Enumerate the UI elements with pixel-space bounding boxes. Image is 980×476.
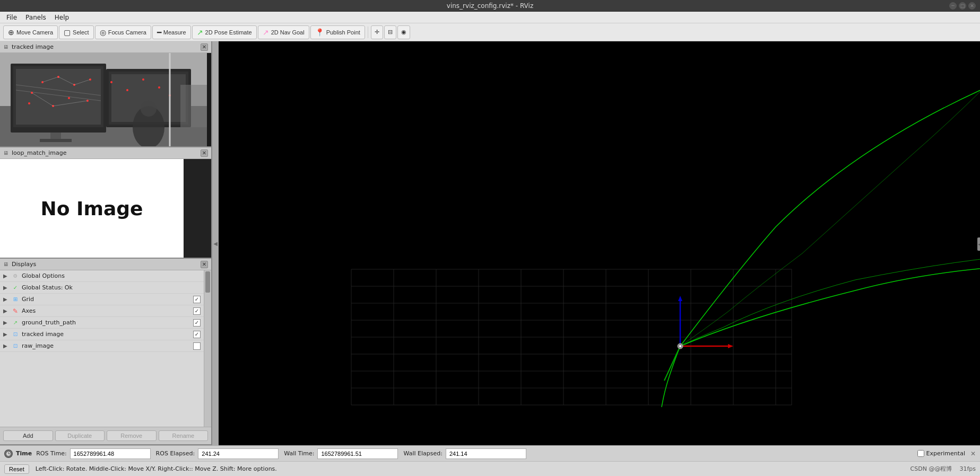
global-status-arrow: ▶ xyxy=(3,285,10,290)
loop-match-panel-icon: 🖥 xyxy=(3,150,8,156)
fps-text: CSDN @@程博 31fps xyxy=(910,465,976,473)
minus-icon: ⊟ xyxy=(388,29,393,36)
displays-footer: Add Duplicate Remove Rename xyxy=(0,427,211,444)
nav-goal-btn[interactable]: ↗ 2D Nav Goal xyxy=(258,25,309,39)
source-label: CSDN @@程博 xyxy=(910,465,952,472)
menu-help[interactable]: Help xyxy=(50,13,73,22)
toolbar-separator xyxy=(368,27,368,38)
left-panel: 🖥 tracked image ✕ xyxy=(0,41,212,445)
displays-panel-icon: 🖥 xyxy=(3,261,8,267)
svg-point-59 xyxy=(679,345,681,347)
loop-match-content: No Image xyxy=(0,159,211,258)
ground-truth-checkbox[interactable] xyxy=(193,319,201,327)
raw-image-icon: ⊡ xyxy=(11,342,20,350)
menu-panels[interactable]: Panels xyxy=(21,13,50,22)
svg-point-22 xyxy=(110,81,112,83)
menubar: File Panels Help xyxy=(0,12,980,23)
duplicate-display-btn[interactable]: Duplicate xyxy=(55,430,105,441)
remove-display-btn[interactable]: Remove xyxy=(107,430,157,441)
ros-time-field[interactable] xyxy=(70,448,151,459)
toolbar-target-btn[interactable]: ◉ xyxy=(397,25,410,39)
focus-camera-btn[interactable]: ◎ Focus Camera xyxy=(95,25,151,39)
display-tracked-image[interactable]: ▶ ⊡ tracked image xyxy=(0,329,204,340)
displays-content: ▶ ⚙ Global Options ▶ ✓ Global Status: Ok… xyxy=(0,270,204,427)
wall-time-field[interactable] xyxy=(317,448,398,459)
displays-scroll-thumb[interactable] xyxy=(205,271,210,293)
grid-arrow: ▶ xyxy=(3,296,10,302)
menu-file[interactable]: File xyxy=(2,13,21,22)
svg-point-25 xyxy=(158,86,160,89)
displays-close-btn[interactable]: ✕ xyxy=(201,261,208,268)
display-global-options[interactable]: ▶ ⚙ Global Options xyxy=(0,270,204,282)
ground-truth-icon: ↗ xyxy=(11,319,20,327)
svg-point-23 xyxy=(126,89,128,91)
global-options-label: Global Options xyxy=(22,272,201,279)
main-content: 🖥 tracked image ✕ xyxy=(0,41,980,445)
select-btn[interactable]: ▢ Select xyxy=(59,25,94,39)
global-options-icon: ⚙ xyxy=(11,272,20,280)
ros-elapsed-label: ROS Elapsed: xyxy=(156,450,195,457)
nav-goal-icon: ↗ xyxy=(263,28,269,37)
statusbar-close-btn[interactable]: ✕ xyxy=(970,450,976,457)
rename-display-btn[interactable]: Rename xyxy=(159,430,209,441)
statusbar: Time ROS Time: ROS Elapsed: Wall Time: W… xyxy=(0,445,980,461)
global-status-label: Global Status: Ok xyxy=(22,284,201,291)
minimize-btn[interactable]: ─ xyxy=(949,2,957,10)
pose-estimate-icon: ↗ xyxy=(197,28,203,37)
experimental-section: Experimental xyxy=(917,450,965,457)
tracked-image-header: 🖥 tracked image ✕ xyxy=(0,41,211,53)
svg-point-24 xyxy=(142,78,144,81)
titlebar-title: vins_rviz_config.rviz* - RViz xyxy=(447,2,533,10)
tracked-image-panel: 🖥 tracked image ✕ xyxy=(0,41,211,147)
close-btn[interactable]: ✕ xyxy=(968,2,976,10)
add-display-btn[interactable]: Add xyxy=(3,430,53,441)
displays-header: 🖥 Displays ✕ xyxy=(0,259,211,270)
tracked-image-content xyxy=(0,53,211,146)
global-options-arrow: ▶ xyxy=(3,273,10,279)
toolbar-plus-btn[interactable]: ✛ xyxy=(371,25,383,39)
display-ground-truth[interactable]: ▶ ↗ ground_truth_path xyxy=(0,317,204,329)
move-camera-btn[interactable]: ⊕ Move Camera xyxy=(3,25,58,39)
publish-point-btn[interactable]: 📍 Publish Point xyxy=(310,25,365,39)
toolbar-minus-btn[interactable]: ⊟ xyxy=(384,25,396,39)
raw-image-arrow: ▶ xyxy=(3,343,10,349)
displays-scrollbar[interactable] xyxy=(204,270,211,427)
publish-point-icon: 📍 xyxy=(315,28,324,37)
axes-checkbox[interactable] xyxy=(193,307,201,315)
reset-btn[interactable]: Reset xyxy=(4,464,29,474)
pose-estimate-btn[interactable]: ↗ 2D Pose Estimate xyxy=(192,25,257,39)
experimental-checkbox[interactable] xyxy=(917,450,924,457)
titlebar: vins_rviz_config.rviz* - RViz ─ □ ✕ xyxy=(0,0,980,12)
grid-checkbox[interactable] xyxy=(193,296,201,303)
raw-image-checkbox[interactable] xyxy=(193,342,201,350)
wall-elapsed-field[interactable] xyxy=(446,448,526,459)
display-raw-image[interactable]: ▶ ⊡ raw_image xyxy=(0,340,204,352)
no-image-container: No Image xyxy=(0,159,184,258)
measure-btn[interactable]: ━ Measure xyxy=(152,25,191,39)
publish-point-label: Publish Point xyxy=(326,29,360,36)
no-image-text: No Image xyxy=(41,198,143,219)
svg-point-18 xyxy=(28,102,30,104)
collapse-handle[interactable]: ◀ xyxy=(212,41,219,445)
nav-goal-label: 2D Nav Goal xyxy=(271,29,305,36)
ros-elapsed-field[interactable] xyxy=(198,448,279,459)
tracked-image-panel-icon: 🖥 xyxy=(3,44,8,50)
main-3d-view[interactable]: ◀ xyxy=(219,41,980,445)
svg-point-30 xyxy=(141,101,157,117)
select-label: Select xyxy=(73,29,89,36)
camera-image-svg xyxy=(0,53,207,146)
display-axes[interactable]: ▶ ✎ Axes xyxy=(0,305,204,317)
tracked-image-checkbox[interactable] xyxy=(193,331,201,338)
move-camera-label: Move Camera xyxy=(16,29,53,36)
displays-panel: 🖥 Displays ✕ ▶ ⚙ Global Options ▶ ✓ xyxy=(0,259,211,445)
tracked-image-close-btn[interactable]: ✕ xyxy=(201,43,208,51)
axes-icon: ✎ xyxy=(11,307,20,315)
wall-elapsed-label: Wall Elapsed: xyxy=(403,450,442,457)
loop-match-header: 🖥 loop_match_image ✕ xyxy=(0,147,211,159)
display-grid[interactable]: ▶ ⊞ Grid xyxy=(0,294,204,305)
maximize-btn[interactable]: □ xyxy=(959,2,966,10)
display-global-status[interactable]: ▶ ✓ Global Status: Ok xyxy=(0,282,204,294)
tracked-image-display-icon: ⊡ xyxy=(11,330,20,339)
loop-match-close-btn[interactable]: ✕ xyxy=(201,149,208,157)
move-camera-icon: ⊕ xyxy=(8,28,14,37)
